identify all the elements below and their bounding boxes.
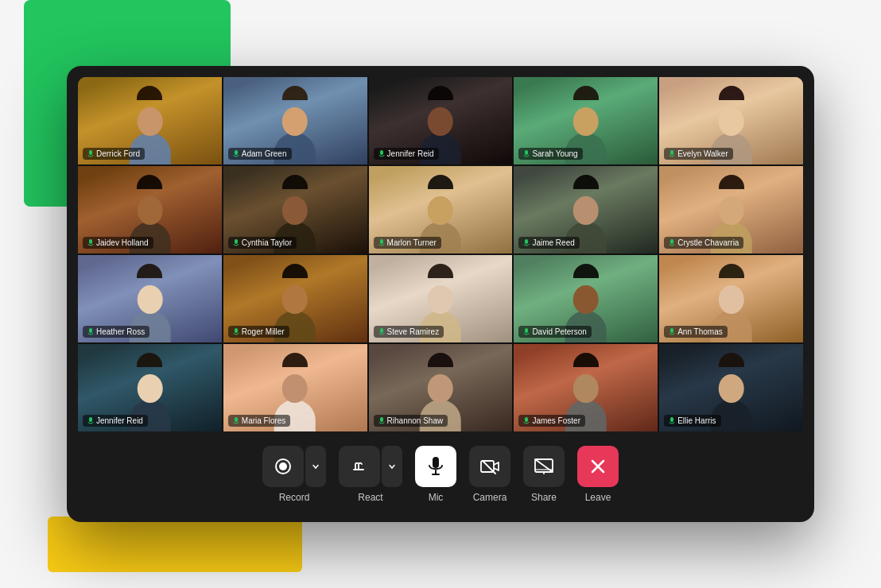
react-chevron-button[interactable] <box>382 446 402 487</box>
svg-rect-12 <box>380 328 383 333</box>
record-group: Record <box>262 446 326 503</box>
svg-rect-8 <box>525 239 528 244</box>
svg-rect-17 <box>380 417 383 422</box>
participant-cell: Jaidev Holland <box>78 166 222 253</box>
svg-rect-1 <box>235 150 238 155</box>
svg-rect-13 <box>525 328 528 333</box>
video-grid-wrapper: Derrick Ford Adam Green <box>78 77 803 511</box>
participant-name-label: Sarah Young <box>518 148 582 160</box>
participant-cell: Steve Ramirez <box>369 255 513 342</box>
participant-name-label: Roger Miller <box>228 326 289 338</box>
camera-button[interactable] <box>469 446 510 487</box>
participant-cell: Roger Miller <box>223 255 367 342</box>
svg-rect-9 <box>670 239 673 244</box>
svg-rect-4 <box>670 150 673 155</box>
camera-group: Camera <box>469 446 510 503</box>
participant-name-label: Jaime Reed <box>518 237 579 249</box>
svg-rect-6 <box>235 239 238 244</box>
participant-name-label: James Foster <box>518 415 585 427</box>
participant-name-label: Heather Ross <box>83 326 149 338</box>
svg-rect-15 <box>89 417 92 422</box>
participant-name-label: Jaidev Holland <box>83 237 153 249</box>
svg-point-21 <box>279 462 287 470</box>
react-button[interactable] <box>339 446 380 487</box>
svg-rect-5 <box>89 239 92 244</box>
bg-yellow-shape <box>48 516 302 572</box>
svg-rect-11 <box>235 328 238 333</box>
participant-cell: Evelyn Walker <box>659 77 803 164</box>
leave-group: Leave <box>577 446 619 503</box>
participant-cell: Maria Flores <box>223 344 367 431</box>
toolbar: Record Reac <box>78 431 803 511</box>
participant-name-label: Steve Ramirez <box>374 326 444 338</box>
react-group: React <box>339 446 402 503</box>
participant-name-label: Derrick Ford <box>83 148 145 160</box>
participant-cell: Rihannon Shaw <box>369 344 513 431</box>
participant-cell: Adam Green <box>223 77 367 164</box>
share-button[interactable] <box>523 446 565 487</box>
participant-cell: Crystle Chavarria <box>659 166 803 253</box>
participant-cell: Heather Ross <box>78 255 222 342</box>
participant-cell: David Peterson <box>514 255 658 342</box>
participant-cell: Ellie Harris <box>659 344 803 431</box>
participant-name-label: Crystle Chavarria <box>664 237 743 249</box>
svg-rect-16 <box>235 417 238 422</box>
svg-rect-0 <box>89 150 92 155</box>
participant-cell: Jennifer Reid <box>369 77 513 164</box>
participant-cell: Jennifer Reid <box>78 344 222 431</box>
participant-cell: James Foster <box>514 344 658 431</box>
participant-name-label: Maria Flores <box>228 415 291 427</box>
share-label: Share <box>531 492 557 503</box>
device-frame: Derrick Ford Adam Green <box>67 66 814 522</box>
svg-rect-18 <box>525 417 528 422</box>
svg-rect-14 <box>670 328 673 333</box>
participant-cell: Cynthia Taylor <box>223 166 367 253</box>
participant-name-label: Adam Green <box>228 148 292 160</box>
record-chevron-button[interactable] <box>305 446 326 487</box>
svg-rect-2 <box>380 150 383 155</box>
svg-rect-3 <box>525 150 528 155</box>
leave-button[interactable] <box>577 446 619 487</box>
participant-name-label: Ann Thomas <box>664 326 728 338</box>
mic-button[interactable] <box>415 446 456 487</box>
mic-group: Mic <box>415 446 456 503</box>
record-label: Record <box>279 492 310 503</box>
participant-name-label: Ellie Harris <box>664 415 720 427</box>
participant-cell: Jaime Reed <box>514 166 658 253</box>
participant-cell: Sarah Young <box>514 77 658 164</box>
participant-cell: Ann Thomas <box>659 255 803 342</box>
participant-cell: Derrick Ford <box>78 77 222 164</box>
participant-name-label: Rihannon Shaw <box>374 415 448 427</box>
svg-rect-10 <box>89 328 92 333</box>
participant-cell: Marlon Turner <box>369 166 513 253</box>
participant-name-label: Marlon Turner <box>374 237 441 249</box>
leave-label: Leave <box>585 492 611 503</box>
record-button[interactable] <box>262 446 304 487</box>
participant-name-label: David Peterson <box>518 326 591 338</box>
svg-rect-19 <box>670 417 673 422</box>
participant-name-label: Evelyn Walker <box>664 148 733 160</box>
mic-label: Mic <box>429 492 444 503</box>
participant-name-label: Cynthia Taylor <box>228 237 297 249</box>
video-grid: Derrick Ford Adam Green <box>78 77 803 431</box>
participant-name-label: Jennifer Reid <box>83 415 148 427</box>
camera-label: Camera <box>473 492 507 503</box>
participant-name-label: Jennifer Reid <box>374 148 439 160</box>
react-label: React <box>358 492 382 503</box>
share-group: Share <box>523 446 565 503</box>
svg-rect-23 <box>433 457 439 468</box>
svg-rect-7 <box>380 239 383 244</box>
